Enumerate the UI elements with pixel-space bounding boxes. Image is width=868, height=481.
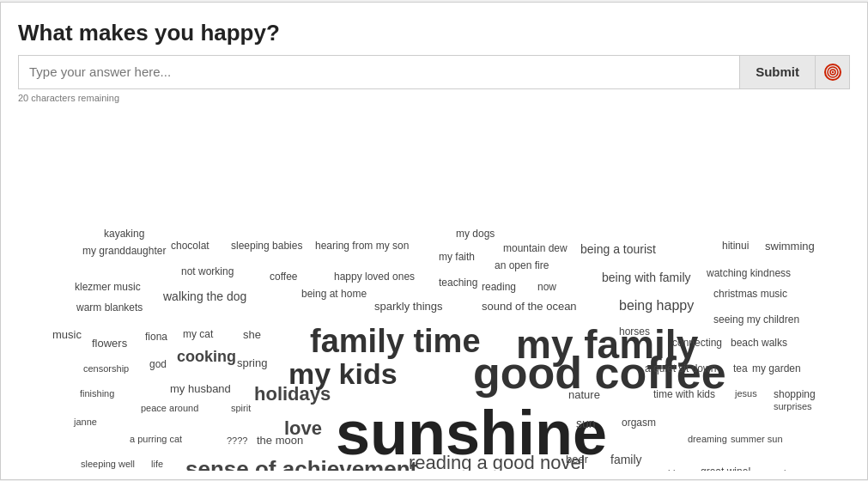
word-item[interactable]: cooking [177, 349, 236, 364]
word-item[interactable]: walking the dog [163, 290, 246, 302]
word-item[interactable]: shopping [774, 389, 816, 399]
word-item[interactable]: a purring cat [130, 435, 182, 444]
word-item[interactable]: reading a good novel [409, 454, 586, 471]
target-svg [823, 63, 842, 82]
word-item[interactable]: kayaking [104, 228, 144, 239]
word-item[interactable]: teaching [439, 277, 477, 288]
word-item[interactable]: fiona [145, 332, 167, 342]
word-item[interactable]: my garden [752, 363, 801, 374]
word-item[interactable]: my family [516, 325, 698, 364]
word-item[interactable]: sleeping babies [231, 240, 302, 251]
word-item[interactable]: dreaming [688, 435, 727, 444]
word-item[interactable]: an open fire [495, 260, 549, 271]
word-item[interactable]: sense of achievement [185, 458, 417, 471]
word-item[interactable]: a quiet sit down [645, 363, 716, 374]
word-item[interactable]: summer sun [731, 435, 783, 444]
word-item[interactable]: hb [668, 469, 678, 471]
target-icon-button[interactable] [816, 55, 850, 89]
word-item[interactable]: being at home [301, 289, 367, 299]
word-item[interactable]: coffee [270, 271, 297, 282]
page-title: What makes you happy? [18, 20, 850, 46]
answer-input[interactable] [18, 55, 740, 89]
word-item[interactable]: my husband [170, 383, 231, 394]
word-item[interactable]: the moon [257, 435, 303, 446]
word-item[interactable]: being with family [602, 271, 691, 283]
input-row: Submit [18, 55, 850, 89]
word-item[interactable]: censorship [83, 364, 129, 374]
word-item[interactable]: sun [576, 417, 596, 429]
word-item[interactable]: hitinui [722, 240, 749, 251]
word-item[interactable]: family [610, 454, 642, 466]
word-item[interactable]: mountain dew [503, 243, 568, 253]
word-item[interactable]: my faith [439, 252, 475, 262]
chars-remaining: 20 characters remaining [18, 93, 850, 103]
word-item[interactable]: running [765, 469, 797, 471]
word-item[interactable]: orgasm [622, 417, 656, 428]
word-item[interactable]: music [52, 329, 82, 340]
word-item[interactable]: beach walks [731, 338, 787, 348]
word-item[interactable]: janne [74, 417, 97, 427]
word-item[interactable]: happy loved ones [334, 271, 415, 282]
word-item[interactable]: seeing my children [713, 314, 799, 325]
word-item[interactable]: she [243, 329, 261, 340]
word-item[interactable]: family time [310, 325, 481, 357]
word-item[interactable]: beer [566, 454, 588, 465]
word-item[interactable]: now [537, 282, 556, 292]
word-item[interactable]: god [149, 359, 167, 369]
submit-button[interactable]: Submit [740, 55, 816, 89]
word-item[interactable]: being a tourist [580, 243, 656, 255]
word-item[interactable]: peace around [141, 404, 198, 413]
word-item[interactable]: tea [733, 363, 748, 374]
word-cloud: sunshinegood coffeemy familyfamily timem… [18, 110, 852, 471]
word-item[interactable]: great wine! [701, 466, 751, 471]
svg-point-3 [831, 70, 833, 72]
word-item[interactable]: christmas music [713, 289, 787, 299]
word-item[interactable]: finishing [80, 389, 114, 399]
word-item[interactable]: holidays [254, 385, 331, 404]
word-item[interactable]: klezmer music [75, 282, 141, 292]
word-item[interactable]: not working [181, 266, 234, 277]
word-item[interactable]: spring [237, 357, 267, 368]
word-item[interactable]: surprises [774, 402, 812, 411]
word-item[interactable]: warm blankets [76, 302, 143, 313]
word-item[interactable]: life [151, 460, 163, 469]
word-item[interactable]: flowers [92, 338, 127, 349]
word-item[interactable]: ???? [227, 436, 247, 446]
word-item[interactable]: reading [482, 282, 516, 292]
word-item[interactable]: sound of the ocean [482, 301, 577, 312]
word-item[interactable]: watching kindness [707, 268, 791, 278]
word-item[interactable]: horses [619, 326, 650, 337]
app-container: What makes you happy? Submit 20 characte… [0, 2, 868, 480]
word-item[interactable]: spirit [231, 404, 251, 413]
word-item[interactable]: sleeping well [81, 460, 135, 469]
word-item[interactable]: my cat [183, 329, 213, 339]
word-item[interactable]: my dogs [456, 228, 495, 239]
word-item[interactable]: nature [568, 389, 600, 400]
word-item[interactable]: hearing from my son [315, 240, 409, 251]
word-item[interactable]: jesus [735, 389, 757, 399]
word-item[interactable]: time with kids [653, 389, 715, 399]
word-item[interactable]: connecting [672, 338, 722, 348]
word-item[interactable]: chocolat [171, 240, 209, 251]
word-item[interactable]: being happy [619, 299, 694, 313]
word-item[interactable]: sparkly things [374, 301, 442, 312]
word-item[interactable]: swimming [765, 240, 815, 252]
word-item[interactable]: my granddaughter [82, 246, 166, 256]
